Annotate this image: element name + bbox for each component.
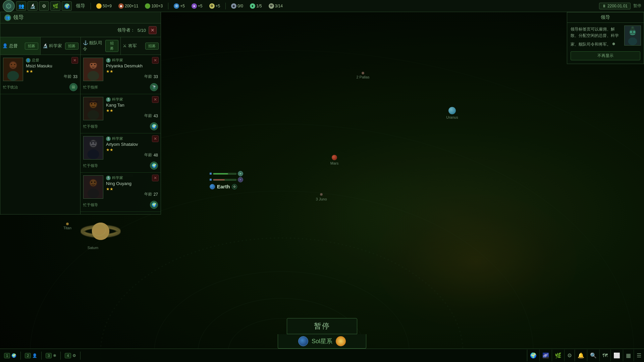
svg-point-114	[630, 31, 632, 33]
galaxy-button[interactable]: 🌌	[540, 350, 552, 361]
tab-scientist[interactable]: 🔬 科学家 招募	[41, 37, 81, 55]
right-panel-title: 领导	[601, 14, 610, 20]
no-show-button[interactable]: 不再显示	[571, 51, 640, 60]
toolbar-btn-2[interactable]: 🔬	[28, 1, 38, 11]
dismiss-scientist-1-button[interactable]: ✕	[152, 57, 159, 64]
minerals-icon: ◆	[118, 3, 124, 9]
tab-general[interactable]: ⚔ 将军 招募	[121, 37, 161, 55]
dismiss-scientist-3-button[interactable]: ✕	[152, 135, 159, 142]
bottom-tab-3-icon: ❄	[53, 353, 56, 358]
scientist-2-card-top: 🔬 科学家 Kang Tan ★★ 年龄 43	[83, 97, 158, 120]
pause-icon: ⏸	[602, 4, 606, 8]
svg-point-84	[14, 64, 15, 65]
scientist-4-info: 🔬 科学家 Ning Ouyang ★★ 年龄 27	[106, 175, 158, 197]
scientist-3-info: 🔬 科学家 Artyom Shatalov ★★ 年龄 48	[106, 136, 158, 158]
scientist-1-status-icon: 🔭	[150, 83, 158, 91]
scientist-2-role: 🔬 科学家	[106, 97, 158, 102]
leader-count-label: 领导者：	[117, 27, 135, 33]
scientist-3-name: Artyom Shatalov	[106, 142, 158, 147]
recruit-general-button[interactable]: 招募	[145, 43, 159, 50]
svg-point-95	[91, 103, 92, 105]
resource-influence: ⚙ +5	[207, 3, 223, 9]
minimap-button[interactable]: 🌍	[527, 350, 540, 361]
earth-action-icon[interactable]: ⚙	[232, 184, 237, 189]
toolbar-btn-4[interactable]: 🌿	[50, 1, 60, 11]
scientist-1-stars: ★★	[106, 69, 158, 74]
consumer-icon: ♦	[250, 3, 255, 9]
paused-label: 暂停	[633, 3, 641, 9]
earth-planet-icon	[210, 184, 215, 189]
empire-logo-button[interactable]: ⬡	[3, 0, 15, 12]
bottom-tab-1[interactable]: 1 🌍	[0, 352, 21, 360]
scientist-column: ✕	[80, 55, 161, 214]
scientist-3-stars: ★★	[106, 147, 158, 152]
scientist-4-status: 忙于领导	[83, 202, 98, 207]
uranus-planet[interactable]	[448, 107, 456, 114]
layout-button[interactable]: ▦	[623, 350, 634, 361]
scientist-1-status: 忙于指挥	[83, 85, 98, 90]
tab-admiral[interactable]: ⚓ 舰队司令 招募	[81, 37, 121, 55]
dismiss-scientist-4-button[interactable]: ✕	[152, 175, 159, 181]
resource-alloys: ◈ 0/0	[228, 3, 246, 9]
resize-button[interactable]: ⬜	[611, 350, 623, 361]
resource-energy: ⚡ 50+9	[94, 3, 114, 9]
tech-icon: ⚙	[174, 3, 179, 9]
scientist-4-status-row: 忙于领导 🌍	[83, 201, 158, 209]
titan-planet[interactable]	[66, 223, 69, 225]
date-section: ⏸ 2200.01.01 暂停	[599, 3, 641, 9]
scientist-3-status-row: 忙于领导 🌍	[83, 162, 158, 170]
recruit-governor-button[interactable]: 招募	[25, 43, 38, 50]
dismiss-scientist-2-button[interactable]: ✕	[152, 96, 159, 103]
pause-button[interactable]: ⏸ 2200.01.01	[599, 3, 631, 9]
mars-planet[interactable]	[332, 155, 337, 160]
recruit-scientist-button[interactable]: 招募	[65, 43, 78, 50]
svg-point-115	[633, 31, 635, 33]
scientist-3-age-row: 年龄 48	[106, 152, 158, 158]
bottom-tab-4-num: 4	[65, 353, 71, 358]
svg-point-83	[11, 64, 12, 65]
saturn-system[interactable]	[80, 216, 121, 244]
svg-point-113	[628, 38, 637, 45]
scientist-3-status: 忙于领导	[83, 163, 98, 168]
bottom-tab-4[interactable]: 4 ⚙	[61, 352, 80, 360]
scientist-4-name: Ning Ouyang	[106, 181, 158, 186]
zoom-in-button[interactable]: 🔍	[587, 350, 600, 361]
toolbar-btn-3[interactable]: ⚙	[39, 1, 49, 11]
juno-planet[interactable]	[320, 193, 323, 196]
scientist-2-age-row: 年龄 43	[106, 113, 158, 119]
alert-button[interactable]: 🔔	[575, 350, 587, 361]
scientist-1-role-icon: 🔬	[106, 58, 111, 63]
svg-point-109	[91, 182, 92, 183]
earth-container[interactable]: ➤ ✕ Earth ⚙	[210, 171, 243, 189]
svg-point-102	[91, 142, 92, 144]
settings-button[interactable]: ⚙	[565, 350, 575, 361]
separator-1	[91, 3, 91, 9]
toolbar-btn-5[interactable]: 🌍	[62, 1, 72, 11]
leadership-panel-header: 👥 领导	[0, 12, 161, 23]
tree-button[interactable]: 🌿	[552, 350, 565, 361]
tab-admiral-label: ⚓ 舰队司令	[83, 40, 106, 52]
close-panel-button[interactable]: ✕	[149, 26, 157, 34]
governor-info: 👤 总督 Msizi Masuku ★★ 年龄 33	[26, 58, 77, 79]
scientist-3-card-top: 🔬 科学家 Artyom Shatalov ★★ 年龄 48	[83, 136, 158, 160]
avatar	[3, 58, 23, 81]
mars-label: Mars	[330, 161, 338, 165]
governor-status-icon: 🏛	[69, 83, 77, 91]
avatar	[83, 175, 103, 199]
toolbar-btn-1[interactable]: 👥	[16, 1, 26, 11]
leadership-tab-label[interactable]: 领导	[73, 3, 88, 9]
tab-governor[interactable]: 👤 总督 招募	[0, 37, 41, 55]
bottom-tab-3[interactable]: 3 ❄	[42, 352, 61, 360]
scientist-1-role: 🔬 科学家	[106, 58, 158, 63]
bottom-tab-2[interactable]: 2 👤	[21, 352, 42, 360]
map-button[interactable]: 🗺	[600, 350, 611, 361]
food-icon: 🌿	[145, 3, 150, 9]
svg-rect-116	[630, 34, 635, 35]
menu-button[interactable]: ☰	[634, 350, 644, 361]
bottom-tab-4-icon: ⚙	[72, 353, 76, 358]
svg-point-100	[88, 149, 99, 159]
dismiss-governor-button[interactable]: ✕	[71, 57, 78, 64]
recruit-admiral-button[interactable]: 招募	[105, 40, 118, 52]
separator-2	[168, 3, 168, 9]
pallas-planet[interactable]	[362, 72, 364, 74]
